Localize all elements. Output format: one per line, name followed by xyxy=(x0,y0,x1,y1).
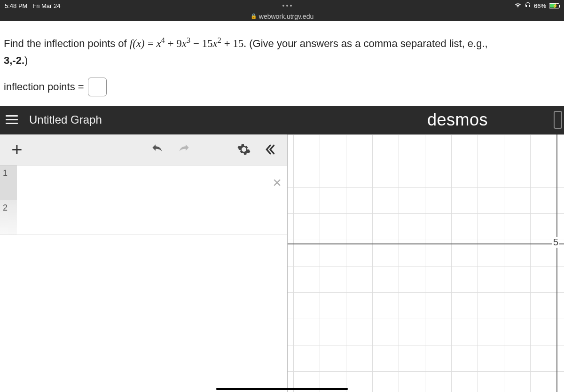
account-button[interactable] xyxy=(554,111,562,129)
x-axis xyxy=(288,243,564,244)
y-axis xyxy=(556,134,557,392)
status-center-dots xyxy=(61,5,514,7)
expression-toolbar: + xyxy=(0,134,287,165)
expression-input-2[interactable] xyxy=(17,200,287,235)
expression-number: 1 xyxy=(0,165,17,200)
redo-button[interactable] xyxy=(173,139,194,160)
axis-tick-label: 5 xyxy=(552,237,559,248)
status-right: 66% ⚡ xyxy=(514,2,559,10)
desmos-body: + 1 × 2 xyxy=(0,134,564,392)
headphones-icon xyxy=(525,2,531,10)
delete-expression-button[interactable]: × xyxy=(273,174,282,191)
expression-input-1[interactable]: × xyxy=(17,165,287,200)
lock-icon: 🔒 xyxy=(251,13,257,19)
problem-statement: Find the inflection points of f(x) = x4 … xyxy=(0,21,564,78)
collapse-panel-button[interactable] xyxy=(260,139,281,160)
battery-icon: ⚡ xyxy=(549,3,559,8)
graph-grid xyxy=(288,134,564,392)
status-time-date: 5:48 PM Fri Mar 24 xyxy=(5,2,61,9)
settings-button[interactable] xyxy=(234,139,254,160)
menu-icon[interactable] xyxy=(6,115,20,124)
status-date: Fri Mar 24 xyxy=(32,2,60,9)
home-indicator[interactable] xyxy=(216,388,348,390)
status-time: 5:48 PM xyxy=(5,2,27,9)
expression-number: 2 xyxy=(0,200,17,235)
expression-row-2[interactable]: 2 xyxy=(0,200,287,235)
desmos-logo: desmos xyxy=(427,110,488,130)
url-domain: webwork.utrgv.edu xyxy=(259,13,313,20)
answer-row: inflection points = xyxy=(0,78,564,106)
undo-button[interactable] xyxy=(147,139,168,160)
wifi-icon xyxy=(514,2,522,9)
add-expression-button[interactable]: + xyxy=(7,139,27,160)
browser-url-bar[interactable]: 🔒 webwork.utrgv.edu xyxy=(0,11,564,21)
inflection-points-input[interactable] xyxy=(88,78,107,96)
battery-percent: 66% xyxy=(534,2,546,9)
desmos-header: Untitled Graph desmos xyxy=(0,106,564,134)
expression-row-1[interactable]: 1 × xyxy=(0,165,287,200)
ipad-status-bar: 5:48 PM Fri Mar 24 66% ⚡ xyxy=(0,0,564,11)
expression-panel: + 1 × 2 xyxy=(0,134,288,392)
graph-canvas[interactable]: 5 xyxy=(288,134,564,392)
problem-expression: x4 + 9x3 − 15x2 + 15. xyxy=(157,38,247,49)
graph-title[interactable]: Untitled Graph xyxy=(29,113,102,126)
answer-label: inflection points = xyxy=(4,81,84,93)
